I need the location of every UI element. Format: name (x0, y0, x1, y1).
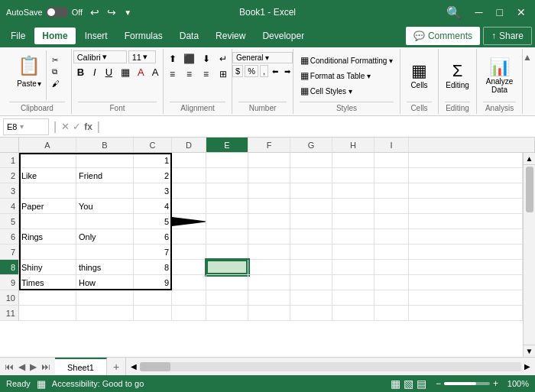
cell-F2[interactable] (248, 168, 290, 183)
cell-D8[interactable] (172, 260, 206, 275)
scroll-up-button[interactable]: ▲ (524, 153, 535, 165)
cell-I9[interactable] (374, 275, 409, 290)
menu-insert[interactable]: Insert (77, 28, 115, 44)
decrease-decimal-button[interactable]: ⬅ (270, 66, 280, 76)
cell-C5[interactable]: 5 (134, 214, 172, 229)
cell-F3[interactable] (248, 183, 290, 199)
cell-B1[interactable] (76, 153, 134, 168)
cell-G11[interactable] (290, 306, 332, 321)
cell-D6[interactable] (172, 229, 206, 245)
cell-D1[interactable] (172, 153, 206, 168)
cell-C7[interactable]: 7 (134, 245, 172, 260)
cell-B11[interactable] (76, 306, 134, 321)
view-layout-button[interactable]: ▧ (404, 377, 413, 390)
ribbon-collapse-button[interactable]: ▲ (523, 49, 532, 114)
menu-file[interactable]: File (3, 28, 33, 44)
cell-H6[interactable] (332, 229, 374, 245)
cell-C9[interactable]: 9 (134, 275, 172, 290)
cell-E2[interactable] (206, 168, 248, 183)
col-header-G[interactable]: G (290, 138, 332, 153)
scroll-right-button[interactable]: ▶ (523, 362, 532, 371)
col-header-A[interactable]: A (19, 138, 76, 153)
col-header-F[interactable]: F (248, 138, 290, 153)
cell-A10[interactable] (19, 290, 76, 306)
cell-B8[interactable]: things (76, 260, 134, 275)
cell-G8[interactable] (290, 260, 332, 275)
cell-D10[interactable] (172, 290, 206, 306)
redo-button[interactable]: ↪ (104, 5, 119, 20)
cell-H1[interactable] (332, 153, 374, 168)
cell-A8[interactable]: Shiny (19, 260, 76, 275)
formula-confirm-button[interactable]: ✓ (73, 121, 81, 132)
scroll-thumb-h[interactable] (140, 362, 170, 371)
cell-F10[interactable] (248, 290, 290, 306)
view-page-button[interactable]: ▤ (417, 377, 426, 390)
zoom-in-button[interactable]: + (493, 378, 498, 389)
align-center-button[interactable]: ≡ (182, 67, 197, 81)
cell-H2[interactable] (332, 168, 374, 183)
function-insert-button[interactable]: fx (84, 121, 92, 132)
font-color-button[interactable]: A (149, 66, 162, 79)
cell-I2[interactable] (374, 168, 409, 183)
cell-H9[interactable] (332, 275, 374, 290)
cell-A11[interactable] (19, 306, 76, 321)
cell-G4[interactable] (290, 199, 332, 214)
minimize-button[interactable]: ─ (472, 6, 486, 18)
menu-developer[interactable]: Developer (255, 28, 312, 44)
cell-C10[interactable] (134, 290, 172, 306)
bold-button[interactable]: B (73, 65, 88, 79)
cell-D7[interactable] (172, 245, 206, 260)
cell-reference-box[interactable]: E8 ▾ (3, 118, 49, 135)
cell-C2[interactable]: 2 (134, 168, 172, 183)
cell-I4[interactable] (374, 199, 409, 214)
scroll-down-button[interactable]: ▼ (524, 345, 535, 357)
comma-button[interactable]: , (260, 65, 268, 77)
cell-A7[interactable] (19, 245, 76, 260)
cell-I6[interactable] (374, 229, 409, 245)
sheet-tab-sheet1[interactable]: Sheet1 (55, 358, 107, 375)
paste-button[interactable]: 📋 Paste▾ (12, 50, 47, 100)
cell-H7[interactable] (332, 245, 374, 260)
close-button[interactable]: ✕ (514, 6, 529, 18)
cell-G7[interactable] (290, 245, 332, 260)
cell-G1[interactable] (290, 153, 332, 168)
format-as-table-button[interactable]: ▦ Format as Table ▾ (297, 69, 396, 83)
undo-button[interactable]: ↩ (87, 5, 102, 20)
merge-cells-button[interactable]: ⊞ (216, 67, 231, 81)
cell-E9[interactable] (206, 275, 248, 290)
cell-C6[interactable]: 6 (134, 229, 172, 245)
cell-A3[interactable] (19, 183, 76, 199)
cell-B3[interactable] (76, 183, 134, 199)
col-header-D[interactable]: D (172, 138, 206, 153)
cell-A6[interactable]: Rings (19, 229, 76, 245)
font-name-dropdown[interactable]: Calibri ▾ (73, 50, 127, 63)
cell-F7[interactable] (248, 245, 290, 260)
cell-G2[interactable] (290, 168, 332, 183)
cell-C8[interactable]: 8 (134, 260, 172, 275)
increase-decimal-button[interactable]: ➡ (282, 66, 293, 76)
cell-E4[interactable] (206, 199, 248, 214)
cell-B4[interactable]: You (76, 199, 134, 214)
cell-D4[interactable] (172, 199, 206, 214)
cell-H3[interactable] (332, 183, 374, 199)
horizontal-scrollbar[interactable]: ◀ ▶ (125, 358, 535, 375)
cell-G10[interactable] (290, 290, 332, 306)
cell-E3[interactable] (206, 183, 248, 199)
cell-A4[interactable]: Paper (19, 199, 76, 214)
cell-B6[interactable]: Only (76, 229, 134, 245)
autosave-toggle[interactable] (46, 7, 69, 18)
conditional-formatting-button[interactable]: ▦ Conditional Formatting ▾ (297, 53, 396, 67)
cell-A5[interactable] (19, 214, 76, 229)
col-header-B[interactable]: B (76, 138, 134, 153)
cells-button[interactable]: ▦ Cells (406, 58, 433, 92)
cell-E1[interactable] (206, 153, 248, 168)
cell-C4[interactable]: 4 (134, 199, 172, 214)
sheet-nav-next[interactable]: ▶ (28, 361, 38, 372)
cell-E8[interactable] (206, 260, 248, 275)
comments-button[interactable]: 💬 Comments (406, 27, 480, 45)
cell-F4[interactable] (248, 199, 290, 214)
cell-A9[interactable]: Times (19, 275, 76, 290)
analyze-data-button[interactable]: 📊 Analyze Data (481, 54, 518, 97)
cell-I1[interactable] (374, 153, 409, 168)
number-format-dropdown[interactable]: General ▾ (232, 52, 293, 63)
